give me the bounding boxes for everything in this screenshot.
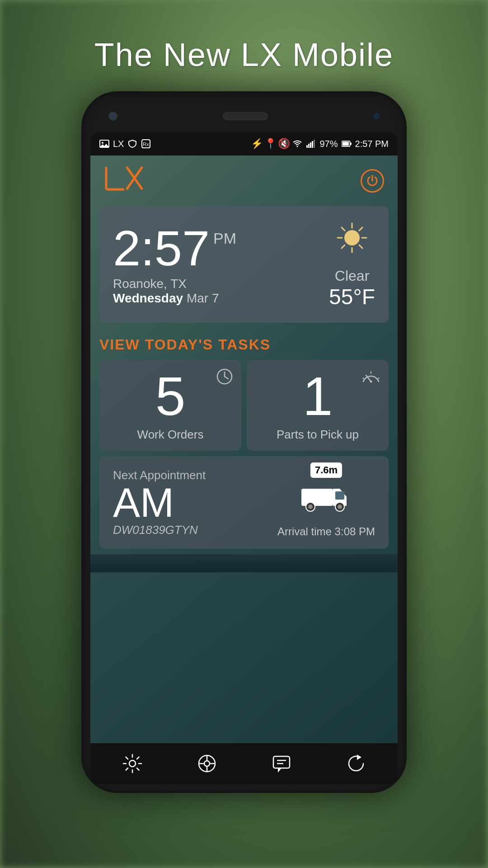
front-camera bbox=[108, 112, 117, 121]
svg-line-24 bbox=[359, 227, 362, 231]
svg-line-32 bbox=[363, 378, 364, 379]
svg-rect-6 bbox=[308, 144, 310, 148]
clock-icon bbox=[216, 368, 233, 389]
appointment-card[interactable]: Next Appointment AM DW01839GTYN 7.6m bbox=[99, 456, 389, 549]
parts-pickup-count: 1 bbox=[303, 369, 333, 423]
bottom-nav bbox=[90, 743, 398, 784]
lx-logo bbox=[104, 165, 145, 197]
svg-rect-11 bbox=[342, 142, 348, 146]
app-header bbox=[90, 156, 398, 206]
svg-rect-7 bbox=[310, 142, 311, 148]
work-orders-label: Work Orders bbox=[137, 428, 204, 442]
svg-point-43 bbox=[204, 761, 210, 766]
svg-line-23 bbox=[359, 245, 362, 248]
weather-temperature: 55°F bbox=[329, 284, 375, 309]
time-section: 2:57 PM Roanoke, TX Wednesday Mar 7 bbox=[113, 223, 236, 306]
weather-section: Clear 55°F bbox=[329, 220, 375, 309]
battery-icon bbox=[342, 139, 352, 149]
svg-point-17 bbox=[345, 231, 359, 245]
appointment-left: Next Appointment AM DW01839GTYN bbox=[113, 468, 206, 537]
svg-text:Rx: Rx bbox=[143, 142, 149, 147]
svg-rect-9 bbox=[314, 140, 315, 148]
svg-point-4 bbox=[297, 146, 298, 147]
appointment-right: 7.6m bbox=[277, 467, 375, 538]
weather-description: Clear bbox=[335, 268, 369, 284]
phone-screen: LX Rx ⚡ 📍 🔇 97% bbox=[90, 132, 398, 784]
appointment-id: DW01839GTYN bbox=[113, 523, 206, 537]
distance-badge: 7.6m bbox=[310, 462, 342, 478]
settings-nav-button[interactable] bbox=[117, 748, 148, 779]
date-display: Wednesday Mar 7 bbox=[113, 291, 236, 306]
task-tiles: 5 Work Orders bbox=[99, 360, 389, 451]
svg-rect-34 bbox=[301, 489, 333, 506]
svg-marker-52 bbox=[357, 755, 361, 760]
svg-marker-51 bbox=[278, 768, 282, 773]
lx-status-label: LX bbox=[113, 139, 124, 149]
work-orders-tile[interactable]: 5 Work Orders bbox=[99, 360, 241, 451]
app-inner: 2:57 PM Roanoke, TX Wednesday Mar 7 bbox=[90, 156, 398, 572]
wifi-icon bbox=[292, 139, 302, 149]
power-button[interactable] bbox=[361, 169, 384, 193]
parts-pickup-tile[interactable]: 1 Parts to Pick up bbox=[247, 360, 389, 451]
battery-percentage: 97% bbox=[319, 139, 338, 149]
arrival-time: Arrival time 3:08 PM bbox=[277, 525, 375, 538]
shield-icon bbox=[127, 139, 137, 149]
status-time: 2:57 PM bbox=[355, 139, 389, 149]
signal-icon bbox=[306, 139, 316, 149]
weather-card: 2:57 PM Roanoke, TX Wednesday Mar 7 bbox=[99, 206, 389, 323]
mute-icon: 🔇 bbox=[279, 139, 289, 149]
svg-point-40 bbox=[338, 505, 342, 509]
app-content: 2:57 PM Roanoke, TX Wednesday Mar 7 bbox=[90, 156, 398, 743]
svg-point-38 bbox=[308, 505, 313, 509]
home-nav-button[interactable] bbox=[191, 748, 223, 779]
svg-rect-8 bbox=[312, 141, 313, 148]
phone-top-bar bbox=[90, 100, 398, 132]
time-display: 2:57 PM bbox=[113, 223, 236, 273]
svg-line-22 bbox=[342, 227, 345, 231]
svg-point-30 bbox=[370, 381, 372, 383]
svg-rect-36 bbox=[335, 491, 344, 500]
svg-rect-12 bbox=[350, 142, 351, 145]
charge-icon: ⚡ bbox=[252, 139, 262, 149]
svg-line-25 bbox=[342, 245, 345, 248]
image-icon bbox=[99, 139, 109, 149]
view-tasks-heading[interactable]: VIEW TODAY'S TASKS bbox=[90, 332, 398, 360]
work-orders-count: 5 bbox=[155, 369, 186, 423]
sun-icon bbox=[334, 220, 370, 263]
appointment-time: AM bbox=[113, 482, 206, 523]
parts-pickup-label: Parts to Pick up bbox=[277, 428, 359, 442]
svg-line-33 bbox=[378, 378, 379, 379]
phone-shell: LX Rx ⚡ 📍 🔇 97% bbox=[81, 91, 407, 793]
location-text: Roanoke, TX bbox=[113, 277, 236, 291]
speedometer-icon bbox=[361, 368, 380, 388]
svg-rect-5 bbox=[306, 145, 308, 148]
page-title: The New LX Mobile bbox=[94, 36, 394, 73]
truck-icon bbox=[299, 476, 353, 521]
more-content-hint bbox=[90, 554, 398, 572]
svg-line-28 bbox=[225, 377, 228, 379]
status-right-icons: ⚡ 📍 🔇 97% 2:57 PM bbox=[252, 139, 389, 149]
truck-container: 7.6m bbox=[299, 467, 353, 521]
speaker-grille bbox=[223, 112, 268, 120]
rx-icon: Rx bbox=[141, 139, 151, 149]
location-icon: 📍 bbox=[265, 139, 275, 149]
status-bar: LX Rx ⚡ 📍 🔇 97% bbox=[90, 132, 398, 156]
status-left-icons: LX Rx bbox=[99, 139, 151, 149]
refresh-nav-button[interactable] bbox=[340, 748, 372, 779]
svg-point-41 bbox=[129, 760, 136, 767]
svg-point-1 bbox=[102, 142, 103, 144]
chat-nav-button[interactable] bbox=[266, 748, 297, 779]
sensor bbox=[373, 113, 380, 119]
svg-rect-48 bbox=[273, 756, 290, 768]
